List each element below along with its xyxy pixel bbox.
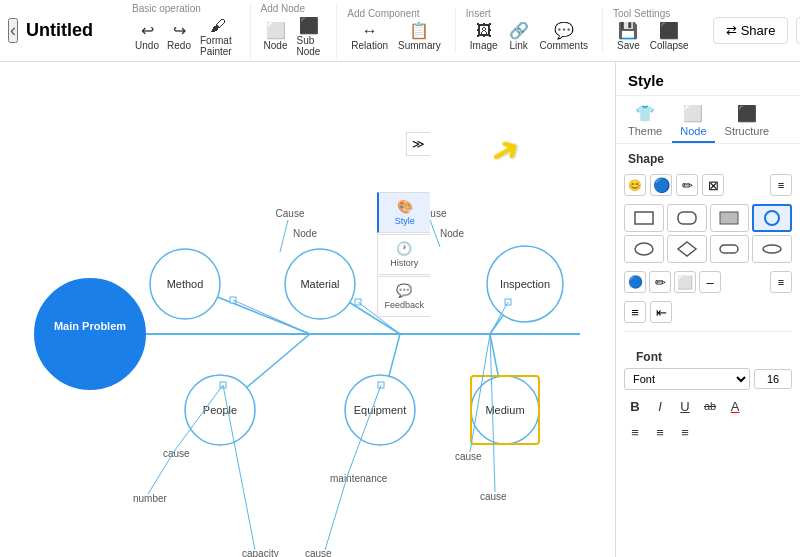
toolbar-group-label-add-node: Add Node	[261, 3, 305, 14]
image-icon: 🖼	[476, 23, 492, 39]
shape-rounded-button[interactable]	[667, 204, 707, 232]
undo-icon: ↩	[141, 23, 154, 39]
collapse-icon: ⬛	[659, 23, 679, 39]
tab-node[interactable]: ⬜ Node	[672, 100, 714, 143]
bold-button[interactable]: B	[624, 395, 646, 417]
border-dash-icon: ⊠	[708, 178, 719, 193]
summary-button[interactable]: 📋Summary	[394, 21, 445, 53]
shape-diamond-button[interactable]	[667, 235, 707, 263]
shape-rect-button[interactable]	[624, 204, 664, 232]
format-painter-button[interactable]: 🖌Format Painter	[196, 16, 240, 59]
font-color-button[interactable]: A	[724, 395, 746, 417]
shape-filled-rect-button[interactable]	[710, 204, 750, 232]
tab-theme[interactable]: 👕 Theme	[620, 100, 670, 143]
strikethrough-button[interactable]: ab	[699, 395, 721, 417]
sub-node-button[interactable]: ⬛Sub Node	[293, 16, 327, 59]
toolbar-group-insert: Insert 🖼Image 🔗Link 💬Comments	[466, 8, 603, 53]
font-size-input[interactable]	[754, 369, 792, 389]
redo-button[interactable]: ↪Redo	[164, 21, 194, 53]
side-icons: 🎨 Style 🕐 History 💬 Feedback	[377, 192, 430, 317]
toolbar-group-label-add-component: Add Component	[347, 8, 419, 19]
svg-text:maintenance: maintenance	[330, 473, 388, 484]
indent-button[interactable]: ≡	[624, 301, 646, 323]
toolbar-items-basic: ↩Undo ↪Redo 🖌Format Painter	[132, 16, 240, 59]
shape-grid	[616, 200, 800, 267]
italic-button[interactable]: I	[649, 395, 671, 417]
line-icon: ✏	[655, 275, 666, 290]
tab-structure[interactable]: ⬛ Structure	[717, 100, 778, 143]
toolbar-group-label-basic: Basic operation	[132, 3, 201, 14]
align-right-button[interactable]: ≡	[674, 421, 696, 443]
underline-button[interactable]: U	[674, 395, 696, 417]
relation-button[interactable]: ↔Relation	[347, 21, 392, 53]
more2-button[interactable]: ≡	[770, 271, 792, 293]
relation-label: Relation	[351, 40, 388, 51]
stroke-color-button[interactable]: 🔵	[650, 174, 672, 196]
svg-text:Main Problem: Main Problem	[54, 320, 126, 332]
feedback-side-button[interactable]: 💬 Feedback	[377, 276, 430, 317]
style-side-button[interactable]: 🎨 Style	[377, 192, 430, 233]
outdent-button[interactable]: ⇤	[650, 301, 672, 323]
font-select[interactable]: Font	[624, 368, 750, 390]
panel-toggle-button[interactable]: ≫	[406, 132, 430, 156]
svg-rect-50	[635, 212, 653, 224]
color-row-3: ≡ ⇤	[616, 297, 800, 327]
fill-color2-button[interactable]: 🔵	[624, 271, 646, 293]
comments-button[interactable]: 💬Comments	[536, 21, 592, 53]
toolbar-group-basic: Basic operation ↩Undo ↪Redo 🖌Format Pain…	[132, 3, 251, 59]
color-row-2: 🔵 ✏ ⬜ – ≡	[616, 267, 800, 297]
redo-label: Redo	[167, 40, 191, 51]
undo-label: Undo	[135, 40, 159, 51]
node-button[interactable]: ⬜Node	[261, 21, 291, 53]
shape-ellipse-button[interactable]	[624, 235, 664, 263]
undo-button[interactable]: ↩Undo	[132, 21, 162, 53]
bg-color-button[interactable]: ⬜	[674, 271, 696, 293]
canvas[interactable]: ≫ 🎨 Style 🕐 History 💬 Feedback ➜ Ma	[0, 62, 615, 557]
svg-text:Inspection: Inspection	[500, 278, 550, 290]
link-button[interactable]: 🔗Link	[504, 21, 534, 53]
svg-text:Cause: Cause	[276, 208, 305, 219]
font-row: Font	[624, 368, 792, 390]
fill-color-button[interactable]: 😊	[624, 174, 646, 196]
fill-icon: 😊	[628, 179, 642, 192]
svg-point-1	[35, 279, 145, 389]
right-panel: Style 👕 Theme ⬜ Node ⬛ Structure Shape 😊	[615, 62, 800, 557]
svg-point-54	[635, 243, 653, 255]
export-button[interactable]: ⬆ Export	[796, 17, 800, 44]
share-button[interactable]: ⇄ Share	[713, 17, 789, 44]
image-button[interactable]: 🖼Image	[466, 21, 502, 53]
history-side-button[interactable]: 🕐 History	[377, 234, 430, 275]
shape-stadium-button[interactable]	[710, 235, 750, 263]
toolbar-group-tool-settings: Tool Settings 💾Save ⬛Collapse	[613, 8, 703, 53]
feedback-side-label: Feedback	[384, 300, 424, 310]
sub-node-label: Sub Node	[297, 35, 323, 57]
toolbar-items-add-component: ↔Relation 📋Summary	[347, 21, 445, 53]
svg-point-57	[763, 245, 781, 253]
align-left-button[interactable]: ≡	[624, 421, 646, 443]
text-color-icon: ✏	[682, 178, 693, 193]
save-button[interactable]: 💾Save	[613, 21, 644, 53]
align-row: ≡ ≡ ≡	[624, 421, 792, 443]
line-color-button[interactable]: ✏	[649, 271, 671, 293]
relation-icon: ↔	[362, 23, 378, 39]
collapse-button[interactable]: ⬛Collapse	[646, 21, 693, 53]
shape-circle-button[interactable]	[752, 204, 792, 232]
comments-label: Comments	[540, 40, 588, 51]
align-center-button[interactable]: ≡	[649, 421, 671, 443]
stroke-icon: 🔵	[653, 177, 670, 193]
line2-button[interactable]: –	[699, 271, 721, 293]
back-button[interactable]: ‹	[8, 18, 18, 43]
shape-wide-oval-button[interactable]	[752, 235, 792, 263]
svg-rect-56	[720, 245, 738, 253]
structure-tab-icon: ⬛	[737, 104, 757, 123]
line2-icon: –	[706, 275, 713, 290]
panel-tabs: 👕 Theme ⬜ Node ⬛ Structure	[616, 96, 800, 144]
style-side-label: Style	[395, 216, 415, 226]
share-icon: ⇄	[726, 23, 737, 38]
node-tab-icon: ⬜	[683, 104, 703, 123]
border-dash-button[interactable]: ⊠	[702, 174, 724, 196]
svg-point-53	[765, 211, 779, 225]
history-side-label: History	[390, 258, 418, 268]
text-color-button[interactable]: ✏	[676, 174, 698, 196]
more-color-button[interactable]: ≡	[770, 174, 792, 196]
